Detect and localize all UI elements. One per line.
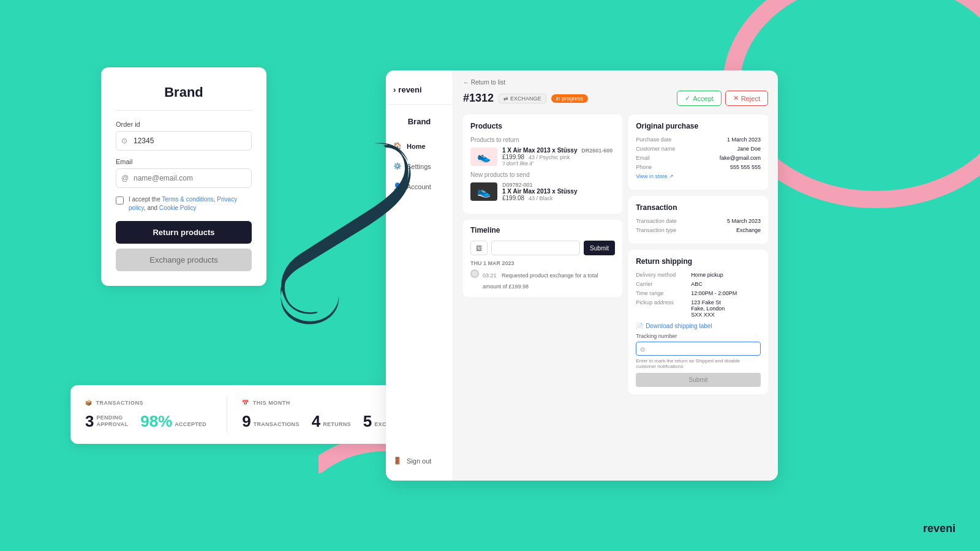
transaction-title: Transaction bbox=[636, 203, 761, 212]
monthly-transactions-label: TRANSACTIONS bbox=[254, 421, 300, 429]
sidebar-item-signout[interactable]: 🚪 Sign out bbox=[386, 451, 453, 471]
delivery-method-row: Delivery method Home pickup bbox=[636, 272, 761, 278]
tracking-input[interactable] bbox=[636, 342, 761, 356]
phone-val: 555 555 555 bbox=[730, 164, 761, 170]
cookie-link[interactable]: Cookie Policy bbox=[159, 204, 197, 211]
transaction-type-row: Transaction type Exchange bbox=[636, 227, 761, 233]
exchange-badge: ⇄ EXCHANGE bbox=[499, 94, 546, 103]
return-product-info: 1 X Air Max 2013 x Stüssy DR2601-600 £19… bbox=[502, 147, 615, 167]
reveni-mark-br: › bbox=[916, 520, 921, 536]
new-product-name: 1 X Air Max 2013 x Stüssy bbox=[502, 188, 615, 195]
download-shipping-label[interactable]: 📄 Download shipping label bbox=[636, 323, 761, 329]
carrier-val: ABC bbox=[691, 281, 703, 287]
reveni-wordmark-br: reveni bbox=[923, 522, 956, 535]
terms-checkbox[interactable] bbox=[116, 197, 124, 204]
return-shipping-title: Return shipping bbox=[636, 257, 761, 266]
customer-name-key: Customer name bbox=[636, 146, 675, 152]
sidebar-logo: › reveni bbox=[386, 80, 453, 105]
title-row: #1312 ⇄ EXCHANGE in progress bbox=[463, 92, 588, 105]
monthly-returns-label: RETURNS bbox=[323, 421, 351, 429]
timeline-icon-btn[interactable]: 🖼 bbox=[470, 241, 488, 255]
return-product-ref: DR2601-600 bbox=[581, 148, 612, 154]
original-purchase-card: Original purchase Purchase date 1 March … bbox=[628, 114, 768, 190]
phone-key: Phone bbox=[636, 164, 652, 170]
purchase-email-val: fake@gmail.com bbox=[720, 155, 761, 161]
new-product-price: £199.08 43 / Black bbox=[502, 195, 615, 201]
monthly-returns-number: 4 bbox=[312, 413, 320, 429]
transactions-section-title: 📦 TRANSACTIONS bbox=[85, 400, 212, 406]
order-icon: ⊙ bbox=[121, 137, 127, 145]
page-header: #1312 ⇄ EXCHANGE in progress ✓ Accept ✕ … bbox=[463, 91, 768, 106]
purchase-email-key: Email bbox=[636, 155, 650, 161]
exchange-icon: ⇄ bbox=[503, 96, 508, 102]
calendar-icon: 📅 bbox=[242, 400, 249, 406]
new-product-row: 👟 D09782-001 1 X Air Max 2013 x Stüssy £… bbox=[470, 182, 615, 201]
new-product-info: D09782-001 1 X Air Max 2013 x Stüssy £19… bbox=[502, 182, 615, 201]
return-product-row: 👟 1 X Air Max 2013 x Stüssy DR2601-600 £… bbox=[470, 147, 615, 167]
pending-label: PENDINGAPPROVAL bbox=[96, 414, 128, 429]
tracking-label: Tracking number bbox=[636, 333, 761, 339]
customer-name-row: Customer name Jane Doe bbox=[636, 146, 761, 152]
transaction-date-val: 5 March 2023 bbox=[727, 218, 761, 224]
purchase-date-val: 1 March 2023 bbox=[727, 137, 761, 143]
x-icon: ✕ bbox=[733, 94, 739, 102]
check-icon: ✓ bbox=[685, 94, 690, 102]
sidebar-brand: Brand bbox=[386, 110, 453, 133]
transactions-stats-row: 3 PENDINGAPPROVAL 98% ACCEPTED bbox=[85, 413, 212, 429]
time-range-row: Time range 12:00PM - 2:00PM bbox=[636, 290, 761, 296]
tracking-icon: ⊙ bbox=[640, 345, 645, 352]
timeline-time-text: 03:21 Requested product exchange for a t… bbox=[483, 269, 615, 291]
delivery-method-val: Home pickup bbox=[691, 272, 723, 278]
timeline-submit-btn[interactable]: Submit bbox=[584, 241, 615, 255]
reject-button[interactable]: ✕ Reject bbox=[725, 91, 768, 106]
content-grid: Products Products to return 👟 1 X Air Ma… bbox=[463, 114, 768, 394]
left-column: Products Products to return 👟 1 X Air Ma… bbox=[463, 114, 622, 394]
transaction-card: Transaction Transaction date 5 March 202… bbox=[628, 196, 768, 244]
return-product-name: 1 X Air Max 2013 x Stüssy DR2601-600 bbox=[502, 147, 615, 154]
tracking-input-wrapper: ⊙ bbox=[636, 342, 761, 356]
pending-number: 3 bbox=[85, 413, 94, 429]
header-actions: ✓ Accept ✕ Reject bbox=[677, 91, 768, 106]
pickup-address-key: Pickup address bbox=[636, 299, 691, 318]
monthly-transactions-number: 9 bbox=[242, 413, 251, 429]
brand-card-title: Brand bbox=[116, 84, 252, 111]
timeline-entry: 03:21 Requested product exchange for a t… bbox=[470, 269, 615, 291]
order-id-label: Order id bbox=[116, 121, 252, 128]
timeline-card: Timeline 🖼 Submit THU 1 MAR 2023 03:21 R… bbox=[463, 220, 622, 297]
view-in-store-link[interactable]: View in store ↗ bbox=[636, 173, 674, 179]
tracking-hint: Enter to mark the return as Shipped and … bbox=[636, 358, 761, 369]
monthly-transactions-stat: 9 TRANSACTIONS bbox=[242, 413, 300, 429]
reveni-logo-bottom-right: › reveni bbox=[916, 520, 956, 536]
pickup-address-val: 123 Fake StFake, LondonSXX XXX bbox=[691, 299, 725, 318]
transactions-section: 📦 TRANSACTIONS 3 PENDINGAPPROVAL 98% ACC… bbox=[85, 400, 212, 429]
purchase-date-key: Purchase date bbox=[636, 137, 671, 143]
time-range-val: 12:00PM - 2:00PM bbox=[691, 290, 737, 296]
timeline-input[interactable] bbox=[491, 241, 580, 255]
phone-row: Phone 555 555 555 bbox=[636, 164, 761, 170]
pickup-address-row: Pickup address 123 Fake StFake, LondonSX… bbox=[636, 299, 761, 318]
carrier-row: Carrier ABC bbox=[636, 281, 761, 287]
accepted-number: 98% bbox=[140, 413, 172, 429]
accept-button[interactable]: ✓ Accept bbox=[677, 91, 722, 106]
products-card: Products Products to return 👟 1 X Air Ma… bbox=[463, 114, 622, 214]
monthly-returns-stat: 4 RETURNS bbox=[312, 413, 351, 429]
return-product-variant: 43 / Psychic pink bbox=[529, 154, 570, 160]
transaction-date-row: Transaction date 5 March 2023 bbox=[636, 218, 761, 224]
page-title: #1312 bbox=[463, 92, 494, 105]
stats-card: 📦 TRANSACTIONS 3 PENDINGAPPROVAL 98% ACC… bbox=[70, 385, 426, 444]
original-purchase-title: Original purchase bbox=[636, 122, 761, 130]
accepted-stat: 98% ACCEPTED bbox=[140, 413, 206, 429]
time-range-key: Time range bbox=[636, 290, 691, 296]
terms-link[interactable]: Terms & conditions bbox=[162, 196, 213, 203]
new-product-sku: D09782-001 bbox=[502, 182, 615, 188]
submit-tracking-button[interactable]: Submit bbox=[636, 373, 761, 387]
transaction-type-val: Exchange bbox=[736, 227, 761, 233]
status-badge: in progress bbox=[551, 94, 589, 103]
boomerang-shape bbox=[227, 135, 423, 349]
monthly-exchanges-number: 5 bbox=[363, 413, 372, 429]
products-title: Products bbox=[470, 122, 615, 130]
back-link[interactable]: ← Return to list bbox=[463, 79, 768, 86]
timeline-time: 03:21 bbox=[483, 272, 497, 279]
timeline-title: Timeline bbox=[470, 226, 615, 234]
return-product-img: 👟 bbox=[470, 148, 497, 166]
